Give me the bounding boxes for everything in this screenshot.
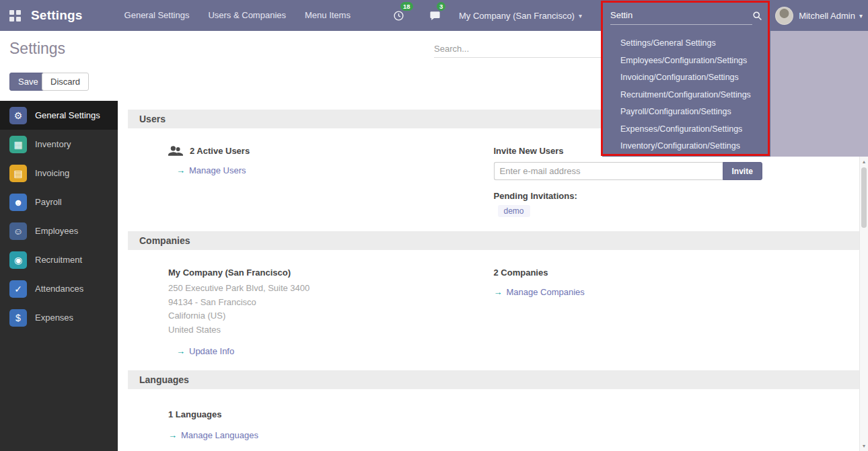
settings-app-screen: Settings General Settings Users & Compan… (0, 0, 868, 451)
app-title: Settings (31, 8, 83, 23)
search-suggestion[interactable]: Employees/Configuration/Settings (602, 52, 770, 70)
pending-invitation-user[interactable]: demo (498, 205, 530, 217)
sidebar-item-label: Attendances (35, 284, 83, 294)
chat-bubble-icon (429, 10, 441, 22)
companies-count: 2 Companies (494, 268, 860, 278)
search-suggestion[interactable]: Inventory/Configuration/Settings (602, 138, 770, 155)
company-display-name: My Company (San Francisco) (168, 268, 494, 278)
search-suggestion[interactable]: Invoicing/Configuration/Settings (602, 69, 770, 87)
sidebar-item-recruitment[interactable]: ◉ Recruitment (0, 245, 118, 274)
page-title: Settings (9, 40, 65, 58)
gear-icon: ⚙ (9, 107, 27, 124)
sidebar-item-employees[interactable]: ☺ Employees (0, 216, 118, 245)
menu-users-companies[interactable]: Users & Companies (201, 0, 293, 31)
payroll-icon: ☻ (9, 194, 27, 211)
sidebar-item-expenses[interactable]: $ Expenses (0, 303, 118, 332)
chevron-down-icon: ▾ (579, 12, 582, 19)
sidebar-item-general-settings[interactable]: ⚙ General Settings (0, 101, 118, 130)
menu-search-bar (602, 0, 770, 31)
section-companies: My Company (San Francisco) 250 Executive… (118, 250, 868, 362)
arrow-right-icon: → (176, 346, 185, 356)
pending-invitations-label: Pending Invitations: (494, 191, 860, 201)
invoicing-icon: ▤ (9, 165, 27, 182)
messages-systray[interactable]: 3 (429, 0, 441, 31)
arrow-right-icon: → (494, 287, 503, 297)
sidebar-item-label: Payroll (35, 197, 62, 207)
vertical-scrollbar[interactable]: ▴ ▾ (859, 157, 868, 451)
search-icon (752, 11, 762, 21)
company-name: My Company (San Francisco) (459, 11, 575, 21)
company-address-line: 250 Executive Park Blvd, Suite 3400 (168, 282, 494, 296)
sidebar-item-label: General Settings (35, 110, 100, 120)
company-address-line: California (US) (168, 309, 494, 323)
menu-general-settings[interactable]: General Settings (118, 0, 196, 31)
section-languages: 1 Languages →Manage Languages (118, 389, 868, 446)
sidebar-item-label: Employees (35, 226, 78, 236)
manage-companies-link[interactable]: Manage Companies (507, 287, 585, 297)
arrow-right-icon: → (168, 430, 177, 440)
users-group-icon (168, 146, 183, 156)
search-suggestion[interactable]: Settings/General Settings (602, 35, 770, 52)
arrow-right-icon: → (176, 165, 185, 175)
sidebar-item-inventory[interactable]: ▦ Inventory (0, 130, 118, 159)
clock-icon (393, 10, 404, 22)
active-users-count: 2 Active Users (190, 146, 250, 156)
company-address-line: 94134 - San Francisco (168, 296, 494, 310)
expenses-icon: $ (9, 309, 27, 327)
sidebar-item-attendances[interactable]: ✓ Attendances (0, 274, 118, 303)
scrollbar-thumb[interactable] (861, 167, 867, 228)
app-menu: General Settings Users & Companies Menu … (118, 0, 357, 31)
invite-email-input[interactable] (494, 162, 723, 180)
sidebar-item-label: Expenses (35, 313, 73, 323)
activity-systray[interactable]: 18 (393, 0, 404, 31)
employees-icon: ☺ (9, 222, 27, 240)
update-info-link[interactable]: Update Info (189, 346, 234, 356)
languages-count: 1 Languages (168, 409, 494, 419)
scroll-down-icon[interactable]: ▾ (860, 443, 868, 449)
sidebar-item-payroll[interactable]: ☻ Payroll (0, 188, 118, 216)
menu-search-suggestions: Settings/General Settings Employees/Conf… (602, 31, 770, 157)
scroll-up-icon[interactable]: ▴ (860, 159, 868, 165)
user-menu[interactable]: Mitchell Admin ▾ (775, 0, 863, 31)
manage-languages-link[interactable]: Manage Languages (181, 430, 258, 440)
activity-count-badge: 18 (400, 2, 413, 11)
sidebar-item-label: Inventory (35, 139, 71, 149)
invite-button[interactable]: Invite (723, 162, 762, 180)
menu-search-input[interactable] (610, 6, 752, 25)
menu-menu-items[interactable]: Menu Items (298, 0, 357, 31)
company-address-line: United States (168, 323, 494, 337)
message-count-badge: 3 (437, 2, 445, 11)
user-name: Mitchell Admin (799, 11, 855, 21)
attendances-icon: ✓ (9, 280, 27, 298)
user-menu-panel (770, 31, 868, 157)
settings-sidebar: ⚙ General Settings ▦ Inventory ▤ Invoici… (0, 101, 118, 451)
inventory-icon: ▦ (9, 136, 27, 153)
search-suggestion[interactable]: Expenses/Configuration/Settings (602, 121, 770, 138)
sidebar-item-label: Invoicing (35, 168, 69, 178)
section-header-companies: Companies (128, 231, 859, 250)
search-suggestion[interactable]: Payroll/Configuration/Settings (602, 104, 770, 121)
avatar (775, 7, 793, 25)
sidebar-item-invoicing[interactable]: ▤ Invoicing (0, 159, 118, 188)
company-switcher[interactable]: My Company (San Francisco) ▾ (459, 0, 582, 31)
chevron-down-icon: ▾ (859, 12, 863, 19)
section-header-languages: Languages (128, 370, 859, 389)
menu-search-dropdown: Settings/General Settings Employees/Conf… (602, 0, 770, 157)
recruitment-icon: ◉ (9, 251, 27, 269)
discard-button[interactable]: Discard (42, 73, 89, 91)
manage-users-link[interactable]: Manage Users (189, 165, 246, 175)
search-suggestion[interactable]: Recruitment/Configuration/Settings (602, 87, 770, 104)
sidebar-item-label: Recruitment (35, 255, 82, 265)
apps-menu-icon[interactable] (9, 10, 21, 22)
